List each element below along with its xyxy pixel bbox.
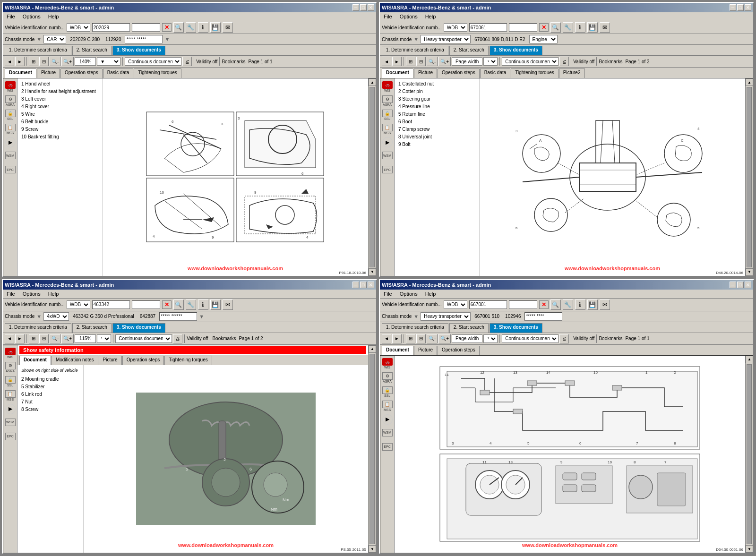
- floppy-icon-btn-2[interactable]: 💾: [587, 22, 598, 33]
- password-field-3[interactable]: [159, 312, 197, 321]
- doc-tab-4-opsteps[interactable]: Operation steps: [438, 346, 480, 355]
- vin-extra-2[interactable]: [509, 23, 537, 32]
- nav-btn-4a[interactable]: ⊞: [406, 334, 415, 343]
- vin-prefix-dropdown-1[interactable]: WDB: [67, 23, 90, 32]
- search-icon-btn-3[interactable]: 🔍: [173, 299, 184, 310]
- zoom-out-1[interactable]: 🔍-: [50, 57, 60, 66]
- nav-fwd-2[interactable]: ►: [392, 57, 402, 66]
- doc-tab-4-picture[interactable]: Picture: [414, 346, 437, 355]
- doc-tab-1-picture[interactable]: Picture: [37, 68, 60, 78]
- doc-mode-1[interactable]: Continuous document: [125, 57, 181, 66]
- menu-help-4[interactable]: Help: [423, 291, 438, 297]
- magnet-icon-btn-4[interactable]: 🔧: [563, 299, 573, 310]
- vin-input-1[interactable]: [92, 23, 130, 32]
- print-btn-3[interactable]: 🖨: [173, 334, 182, 343]
- sidebar-icon-epc-1[interactable]: EPC: [4, 163, 17, 176]
- doc-tab-3-opsteps[interactable]: Operation steps: [122, 356, 164, 365]
- minimize-btn-3[interactable]: ─: [352, 282, 359, 288]
- email-icon-btn-3[interactable]: ✉: [223, 299, 233, 310]
- sidebar-icon-wis-4[interactable]: 🚗 WIS: [381, 358, 394, 370]
- nav-back-1[interactable]: ◄: [5, 57, 14, 66]
- print-btn-4[interactable]: 🖨: [559, 334, 569, 343]
- sidebar-icon-wis-3[interactable]: 🚗 WIS: [4, 347, 17, 359]
- chassis-mode-4[interactable]: Heavy transporter: [421, 312, 471, 321]
- search-icon-btn-4[interactable]: 🔍: [550, 299, 561, 310]
- zoom-select-1[interactable]: ▼: [97, 57, 120, 66]
- chassis-mode-3[interactable]: 4xWD: [43, 312, 69, 321]
- chassis-mode-2[interactable]: Heavy transporter: [421, 35, 471, 43]
- nav-back-2[interactable]: ◄: [382, 57, 391, 66]
- zoom-select-3[interactable]: ▼: [97, 334, 111, 343]
- magnet-icon-btn-3[interactable]: 🔧: [186, 299, 196, 310]
- scroll-down-1[interactable]: ▼: [369, 268, 376, 276]
- sidebar-play-1[interactable]: ▶: [5, 137, 16, 147]
- zoom-select-2[interactable]: ▼: [483, 57, 498, 66]
- zoom-input-4[interactable]: [452, 334, 482, 343]
- scroll-up-2[interactable]: ▲: [746, 78, 753, 86]
- doc-mode-2[interactable]: Continuous document: [502, 57, 558, 66]
- nav-btn-2b[interactable]: ⊟: [416, 57, 426, 66]
- step-tab-2-2[interactable]: 2. Start search: [449, 46, 489, 55]
- email-icon-btn-1[interactable]: ✉: [223, 22, 233, 33]
- sidebar-play-4[interactable]: ▶: [382, 414, 393, 425]
- menu-file-1[interactable]: File: [5, 13, 17, 20]
- menu-options-2[interactable]: Options: [398, 13, 420, 20]
- scroll-thumb-2[interactable]: [747, 87, 752, 267]
- email-icon-btn-4[interactable]: ✉: [600, 299, 610, 310]
- doc-tab-3-modnotes[interactable]: Modification notes: [52, 356, 98, 365]
- close-btn-3[interactable]: ✕: [368, 282, 374, 288]
- scroll-down-3[interactable]: ▼: [369, 545, 376, 553]
- clear-btn-4[interactable]: ✕: [539, 300, 549, 309]
- sidebar-icon-epc-2[interactable]: EPC: [381, 163, 394, 176]
- nav-fwd-3[interactable]: ►: [15, 334, 25, 343]
- doc-tab-3-torques[interactable]: Tightening torques: [164, 356, 212, 365]
- scroll-up-4[interactable]: ▲: [746, 356, 753, 363]
- search-icon-btn-1[interactable]: 🔍: [173, 22, 184, 33]
- maximize-btn-3[interactable]: □: [360, 282, 367, 288]
- doc-tab-2-basicdata[interactable]: Basic data: [480, 68, 511, 78]
- sidebar-icon-wsm-3[interactable]: WSM: [4, 416, 17, 428]
- safety-banner-3[interactable]: Show safety information: [19, 346, 366, 354]
- minimize-btn-1[interactable]: ─: [352, 4, 359, 11]
- sidebar-icon-wis-2[interactable]: 🚗 WIS: [381, 80, 394, 93]
- doc-tab-2-document[interactable]: Document: [382, 68, 413, 78]
- step-tab-2-3[interactable]: 3. Show documents: [490, 46, 542, 55]
- print-btn-1[interactable]: 🖨: [182, 57, 192, 66]
- floppy-icon-btn-3[interactable]: 💾: [210, 299, 221, 310]
- nav-fwd-1[interactable]: ►: [15, 57, 25, 66]
- floppy-icon-btn-4[interactable]: 💾: [587, 299, 598, 310]
- magnet-icon-btn-2[interactable]: 🔧: [563, 22, 573, 33]
- engine-2[interactable]: Engine: [529, 35, 558, 43]
- step-tab-3-1[interactable]: 1. Determine search criteria: [5, 323, 71, 333]
- menu-file-4[interactable]: File: [382, 291, 394, 297]
- sidebar-icon-epc-4[interactable]: EPC: [381, 441, 394, 453]
- chassis-mode-1[interactable]: CAR: [43, 35, 66, 43]
- step-tab-4-3[interactable]: 3. Show documents: [490, 323, 542, 333]
- maximize-btn-1[interactable]: □: [360, 4, 367, 11]
- bookmarks-label-2[interactable]: Bookmarks: [599, 59, 622, 64]
- nav-btn-1a[interactable]: ⊞: [29, 57, 38, 66]
- sidebar-icon-ssl-2[interactable]: 🔒 SSL: [381, 109, 394, 121]
- step-tab-4-1[interactable]: 1. Determine search criteria: [382, 323, 448, 333]
- zoom-out-3[interactable]: 🔍-: [50, 334, 60, 343]
- sidebar-icon-mss-3[interactable]: 📋 MSS: [4, 390, 17, 402]
- doc-mode-3[interactable]: Continuous document: [115, 334, 172, 343]
- sidebar-icon-wsm-2[interactable]: WSM: [381, 149, 394, 162]
- close-btn-1[interactable]: ✕: [368, 4, 374, 11]
- vin-prefix-dropdown-4[interactable]: WDB: [444, 300, 467, 309]
- clear-btn-2[interactable]: ✕: [539, 23, 549, 32]
- doc-tab-2-picture[interactable]: Picture: [414, 68, 437, 78]
- scroll-thumb-4[interactable]: [747, 364, 752, 545]
- email-icon-btn-2[interactable]: ✉: [600, 22, 610, 33]
- bookmarks-label-1[interactable]: Bookmarks: [222, 59, 245, 64]
- sidebar-icon-mss-4[interactable]: 📋 MSS: [381, 400, 394, 412]
- sidebar-icon-asra-1[interactable]: ⚙ ASRA: [4, 94, 17, 107]
- sidebar-icon-ssl-4[interactable]: 🔒 SSL: [381, 386, 394, 398]
- doc-tab-2-torques[interactable]: Tightening torques: [511, 68, 558, 78]
- nav-fwd-4[interactable]: ►: [392, 334, 402, 343]
- vin-input-3[interactable]: [92, 300, 130, 309]
- step-tab-1-2[interactable]: 2. Start search: [72, 46, 112, 55]
- menu-file-2[interactable]: File: [382, 13, 394, 20]
- step-tab-2-1[interactable]: 1. Determine search criteria: [382, 46, 448, 55]
- menu-options-1[interactable]: Options: [21, 13, 43, 20]
